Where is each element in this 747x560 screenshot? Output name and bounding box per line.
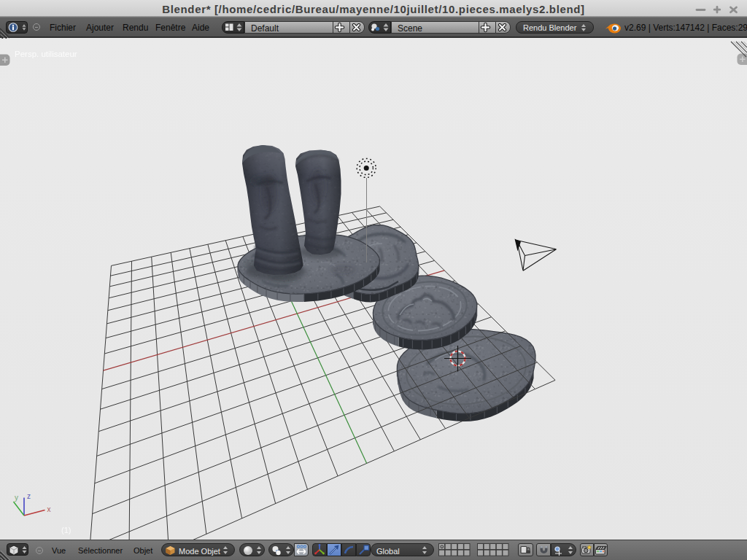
- svg-text:x: x: [47, 505, 51, 513]
- svg-text:Persp. utilisateur: Persp. utilisateur: [15, 50, 77, 58]
- svg-text:z: z: [27, 492, 31, 500]
- svg-text:(1): (1): [61, 526, 71, 534]
- svg-text:y: y: [15, 494, 18, 502]
